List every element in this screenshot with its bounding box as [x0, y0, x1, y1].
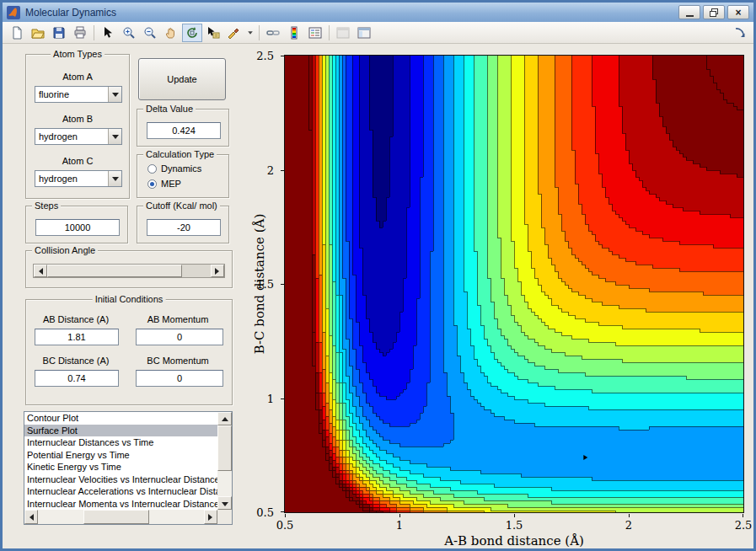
- x-tick-label: 1: [396, 519, 403, 532]
- y-tick-label: 2.5: [256, 50, 274, 62]
- cutoff-field[interactable]: -20: [147, 219, 221, 236]
- scroll-right-button[interactable]: [204, 510, 217, 524]
- close-button[interactable]: ×: [727, 5, 749, 19]
- initial-conditions-title: Initial Conditions: [93, 294, 166, 304]
- x-tick-label: 2: [625, 519, 632, 532]
- scroll-down-button[interactable]: [217, 496, 232, 510]
- atom-b-label: Atom B: [26, 114, 129, 124]
- pan-tool-button[interactable]: [161, 24, 181, 42]
- arrow-right-icon: [215, 268, 223, 275]
- toolbar-separator: [94, 25, 94, 40]
- atom-types-title: Atom Types: [51, 49, 105, 59]
- insert-legend-button[interactable]: [305, 24, 325, 42]
- new-figure-button[interactable]: [7, 24, 27, 42]
- matlab-app-icon: [7, 6, 20, 19]
- atom-a-select[interactable]: fluorine: [35, 86, 122, 103]
- atom-b-select[interactable]: hydrogen: [35, 128, 122, 145]
- dock-figure-button[interactable]: [731, 24, 749, 42]
- scroll-left-button[interactable]: [24, 510, 38, 524]
- delta-value-title: Delta Value: [143, 104, 196, 114]
- restore-button[interactable]: [703, 5, 725, 19]
- arrow-left-icon: [26, 514, 34, 521]
- ab-momentum-field[interactable]: 0: [136, 329, 223, 345]
- horizontal-scroll-thumb[interactable]: [83, 510, 149, 524]
- atom-c-select[interactable]: hydrogen: [35, 170, 122, 187]
- calculation-type-group: Calculation Type Dynamics MEP: [137, 154, 229, 198]
- bc-distance-label: BC Distance (A): [29, 356, 122, 366]
- list-item[interactable]: Kinetic Energy vs Time: [24, 461, 217, 473]
- atom-b-dropdown-button[interactable]: [108, 129, 121, 144]
- new-document-icon: [10, 26, 24, 40]
- list-item[interactable]: Internuclear Distances vs Time: [24, 436, 217, 449]
- bc-momentum-field[interactable]: 0: [136, 370, 223, 387]
- chevron-down-icon: [112, 177, 119, 185]
- list-item-selected[interactable]: Surface Plot: [24, 425, 217, 437]
- x-axis-ticks: [285, 514, 743, 517]
- ab-distance-field[interactable]: 1.81: [35, 329, 119, 345]
- save-figure-button[interactable]: [49, 24, 69, 42]
- figure-toolbar: [3, 22, 753, 44]
- mep-radio[interactable]: [147, 179, 157, 189]
- vertical-scroll-thumb[interactable]: [217, 425, 232, 471]
- y-tick-label: 2: [267, 163, 274, 176]
- rotate-3d-button[interactable]: [182, 24, 202, 42]
- slider-left-button[interactable]: [34, 265, 47, 277]
- list-item[interactable]: Contour Plot: [24, 412, 217, 425]
- insert-colorbar-button[interactable]: [284, 24, 304, 42]
- collision-angle-slider[interactable]: [33, 264, 225, 278]
- y-tick-label: 1: [267, 392, 274, 404]
- colorbar-icon: [287, 26, 301, 40]
- horizontal-scrollbar[interactable]: [24, 510, 217, 524]
- brush-icon: [228, 26, 241, 40]
- slider-track[interactable]: [182, 265, 211, 277]
- slider-thumb[interactable]: [47, 265, 182, 277]
- chevron-down-icon: [112, 135, 119, 142]
- pointer-tool-button[interactable]: [98, 24, 118, 42]
- dock-arrow-icon: [733, 26, 747, 40]
- update-button[interactable]: Update: [138, 58, 226, 100]
- steps-field[interactable]: 10000: [35, 219, 120, 236]
- show-plot-tools-button[interactable]: [354, 24, 374, 42]
- steps-group: Steps 10000: [25, 206, 128, 243]
- print-figure-button[interactable]: [70, 24, 90, 42]
- brush-data-button[interactable]: [224, 24, 244, 42]
- dynamics-radio-label: Dynamics: [161, 163, 201, 174]
- minimize-icon: [686, 15, 694, 17]
- list-item[interactable]: Potential Energy vs Time: [24, 449, 217, 462]
- arrow-up-icon: [222, 414, 228, 421]
- link-plots-button[interactable]: [263, 24, 283, 42]
- dynamics-radio[interactable]: [147, 164, 157, 174]
- open-folder-icon: [31, 26, 45, 40]
- atom-a-value: fluorine: [35, 87, 108, 102]
- contour-plot: 0.5 1 1.5 2 2.5 2.5 2 1.5 1 0.5 A-B bond…: [284, 55, 744, 513]
- open-file-button[interactable]: [28, 24, 48, 42]
- data-cursor-icon: [206, 26, 220, 40]
- data-cursor-button[interactable]: [203, 24, 223, 42]
- contour-canvas[interactable]: [284, 55, 744, 513]
- printer-icon: [73, 26, 87, 40]
- minimize-button[interactable]: [678, 5, 700, 19]
- pointer-arrow-icon: [101, 26, 115, 40]
- ab-distance-label: AB Distance (A): [29, 314, 122, 324]
- slider-right-button[interactable]: [211, 265, 224, 277]
- list-item[interactable]: Internuclear Momenta vs Internuclear Dis…: [24, 498, 217, 511]
- scrollbar-corner: [217, 510, 232, 524]
- atom-a-dropdown-button[interactable]: [108, 87, 121, 102]
- scroll-up-button[interactable]: [217, 412, 232, 425]
- collision-angle-group: Collision Angle: [25, 250, 233, 288]
- list-item[interactable]: Internuclear Accelerations vs Internucle…: [24, 485, 217, 498]
- link-chain-icon: [266, 26, 280, 40]
- vertical-scrollbar[interactable]: [217, 412, 232, 510]
- titlebar[interactable]: Molecular Dynamics ×: [3, 3, 753, 22]
- list-item[interactable]: Internuclear Velocities vs Internuclear …: [24, 473, 217, 486]
- atom-c-dropdown-button[interactable]: [108, 171, 121, 186]
- show-plot-tools-icon: [357, 26, 371, 40]
- hide-plot-tools-button[interactable]: [333, 24, 353, 42]
- zoom-out-button[interactable]: [140, 24, 160, 42]
- plot-type-list: Contour Plot Surface Plot Internuclear D…: [24, 412, 217, 510]
- delta-value-field[interactable]: 0.424: [147, 122, 221, 139]
- bc-distance-field[interactable]: 0.74: [35, 370, 119, 387]
- zoom-in-button[interactable]: [119, 24, 139, 42]
- bc-momentum-label: BC Momentum: [129, 356, 227, 366]
- brush-dropdown-button[interactable]: [245, 24, 255, 42]
